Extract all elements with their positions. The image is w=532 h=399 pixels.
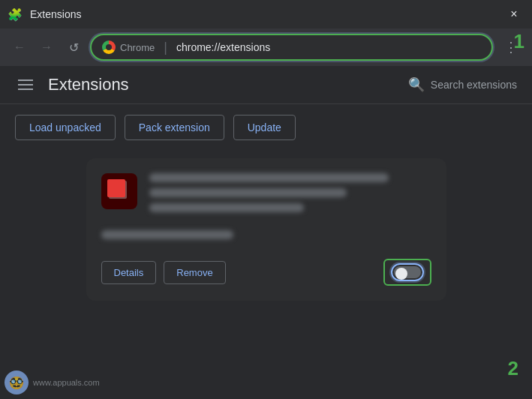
url-separator: | [164,40,167,56]
card-action-buttons: Details Remove [101,261,226,284]
extension-card-bottom: Details Remove [101,250,431,286]
reload-button[interactable]: ↺ [63,37,84,58]
remove-button[interactable]: Remove [164,261,225,284]
watermark-text: www.appuals.com [33,378,100,387]
extensions-header: Extensions 🔍 Search extensions [0,66,532,104]
details-button[interactable]: Details [101,261,157,284]
extension-desc-blurred-1 [149,188,347,197]
search-placeholder: Search extensions [431,79,517,91]
extensions-puzzle-icon: 🧩 [8,8,23,22]
pack-extension-button[interactable]: Pack extension [125,115,224,140]
toggle-thumb [395,268,407,280]
search-icon: 🔍 [408,76,425,93]
step2-toggle-area [383,259,431,286]
extension-card-top [101,173,431,218]
extension-card: Details Remove [86,158,446,301]
step1-badge: 1 [514,32,524,51]
chrome-indicator: Chrome [102,40,155,54]
title-bar-title: Extensions [30,8,496,20]
forward-button[interactable]: → [36,37,57,58]
extension-desc-blurred-2 [149,203,305,212]
page-title: Extensions [48,75,396,94]
close-button[interactable]: × [503,4,524,25]
extensions-content: Details Remove [0,151,532,399]
hamburger-menu-icon[interactable] [15,76,36,93]
extension-toggle[interactable] [391,263,424,281]
url-text: chrome://extensions [176,41,270,53]
chrome-icon [102,40,116,54]
back-button[interactable]: ← [9,37,30,58]
address-bar[interactable]: Chrome | chrome://extensions [90,34,493,61]
search-area[interactable]: 🔍 Search extensions [408,76,517,93]
extension-info [149,173,431,218]
nav-bar: ← → ↺ Chrome | chrome://extensions ⋮ 1 [0,28,532,66]
load-unpacked-button[interactable]: Load unpacked [15,115,116,140]
title-bar: 🧩 Extensions × [0,0,532,28]
extension-icon [101,173,137,209]
actions-bar: Load unpacked Pack extension Update [0,104,532,151]
update-button[interactable]: Update [233,115,296,140]
chrome-label: Chrome [120,42,155,53]
extensions-page: Extensions 🔍 Search extensions Load unpa… [0,66,532,399]
watermark-icon: 🥸 [5,370,29,394]
toggle-track[interactable] [394,266,421,278]
title-bar-icon: 🧩 [8,7,23,22]
watermark: 🥸 www.appuals.com [5,370,100,394]
extension-id-blurred [101,230,233,239]
step2-badge: 2 [508,358,518,378]
extension-name-blurred [149,173,389,182]
